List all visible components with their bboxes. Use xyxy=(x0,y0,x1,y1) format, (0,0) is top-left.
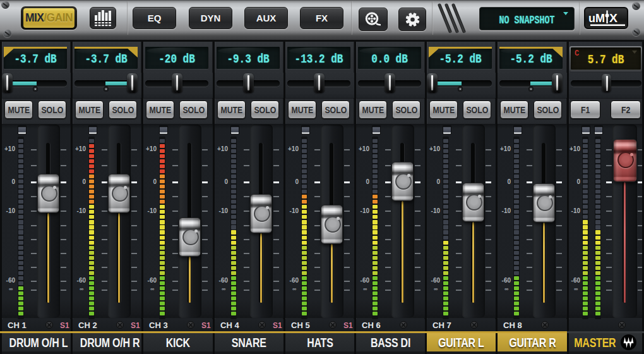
svg-text:uM: uM xyxy=(588,11,605,25)
svg-text:X: X xyxy=(609,11,617,25)
